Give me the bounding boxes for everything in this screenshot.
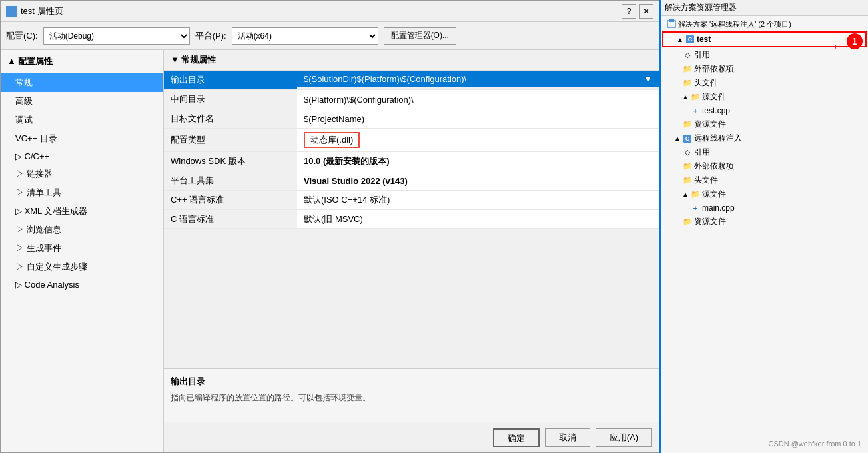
- prop-name-target-name: 目标文件名: [164, 109, 297, 129]
- title-bar-controls: ? ✕: [622, 4, 653, 19]
- prop-row-intermediate-dir[interactable]: 中间目录 $(Platform)\$(Configuration)\: [164, 90, 659, 109]
- config-select[interactable]: 活动(Debug): [43, 27, 190, 45]
- tree-label-test-cpp: test.cpp: [702, 106, 730, 115]
- desc-text: 指向已编译程序的放置位置的路径。可以包括环境变量。: [171, 392, 652, 404]
- prop-name-cpp-standard: C++ 语言标准: [164, 191, 297, 210]
- prop-value-intermediate-dir: $(Platform)\$(Configuration)\: [297, 90, 659, 109]
- title-bar-left: test 属性页: [6, 5, 63, 17]
- vs-tree: 解决方案 '远程线程注入' (2 个项目) ▲ C test 1 ← ◇ 引用 …: [661, 16, 868, 453]
- tree-remote-source[interactable]: ▲ 📁 源文件: [661, 187, 868, 201]
- desc-title: 输出目录: [171, 376, 652, 388]
- prop-value-windows-sdk: 10.0 (最新安装的版本): [297, 152, 659, 171]
- description-panel: 输出目录 指向已编译程序的放置位置的路径。可以包括环境变量。: [164, 368, 659, 422]
- tree-label-remote-resource: 资源文件: [694, 216, 726, 227]
- tree-label-remote-main: main.cpp: [702, 203, 735, 213]
- solution-label: 解决方案 '远程线程注入' (2 个项目): [678, 19, 791, 29]
- sidebar-item-linker[interactable]: ▷ 链接器: [1, 165, 163, 183]
- folder-icon-test-resource: 📁: [682, 119, 693, 130]
- tree-label-test-header: 头文件: [694, 77, 718, 89]
- sidebar-item-browse[interactable]: ▷ 浏览信息: [1, 221, 163, 239]
- prop-value-platform-toolset: Visual Studio 2022 (v143): [297, 171, 659, 191]
- prop-name-c-standard: C 语言标准: [164, 210, 297, 229]
- prop-row-target-name[interactable]: 目标文件名 $(ProjectName): [164, 109, 659, 129]
- prop-value-c-standard: 默认(旧 MSVC): [297, 210, 659, 229]
- props-section: ▼ 常规属性 输出目录 $(SolutionDir)$(Platform)\$(…: [164, 50, 659, 368]
- tree-label-remote-ref: 引用: [694, 147, 710, 158]
- sidebar-item-build-events[interactable]: ▷ 生成事件: [1, 239, 163, 258]
- prop-value-config-type[interactable]: 动态库(.dll): [297, 129, 659, 152]
- folder-icon-test-source: 📁: [690, 92, 701, 103]
- prop-value-output-dir[interactable]: $(SolutionDir)$(Platform)\$(Configuratio…: [297, 71, 659, 87]
- sidebar-item-vcpp[interactable]: VC++ 目录: [1, 129, 163, 148]
- tree-remote-project[interactable]: ▲ C 远程线程注入: [661, 131, 868, 145]
- tree-remote-ref[interactable]: ◇ 引用: [661, 145, 868, 159]
- left-panel: ▲ 配置属性 常规 高级 调试 VC++ 目录 ▷ C/C++ ▷ 链接器 ▷ …: [1, 50, 164, 452]
- folder-icon-remote-header: 📁: [682, 175, 693, 186]
- sidebar-item-advanced[interactable]: 高级: [1, 92, 163, 111]
- toolbar: 配置(C): 活动(Debug) 平台(P): 活动(x64) 配置管理器(O)…: [1, 22, 659, 50]
- cancel-button[interactable]: 取消: [545, 428, 590, 447]
- config-label: 配置(C):: [6, 30, 38, 42]
- left-panel-header: ▲ 配置属性: [1, 50, 163, 73]
- expand-arrow-remote: ▲: [674, 135, 681, 142]
- tree-solution[interactable]: 解决方案 '远程线程注入' (2 个项目): [661, 17, 868, 31]
- folder-icon-remote-resource: 📁: [682, 217, 693, 227]
- tree-test-extern[interactable]: 📁 外部依赖项: [661, 62, 868, 76]
- watermark: CSDN @webfker from 0 to 1: [768, 440, 861, 448]
- solution-icon: [666, 19, 677, 29]
- prop-row-cpp-standard[interactable]: C++ 语言标准 默认(ISO C++14 标准): [164, 191, 659, 210]
- help-button[interactable]: ?: [622, 4, 636, 19]
- vs-sidebar-header: 解决方案资源管理器: [661, 0, 868, 16]
- marker-1: 1: [847, 33, 863, 49]
- expand-arrow-remote-source: ▲: [682, 191, 689, 198]
- sidebar-item-manifest[interactable]: ▷ 清单工具: [1, 183, 163, 202]
- close-button[interactable]: ✕: [639, 4, 653, 19]
- prop-name-intermediate-dir: 中间目录: [164, 90, 297, 109]
- dropdown-arrow-icon[interactable]: ▼: [644, 74, 652, 84]
- ok-button[interactable]: 确定: [493, 428, 540, 447]
- tree-test-header[interactable]: 📁 头文件: [661, 76, 868, 90]
- prop-row-windows-sdk[interactable]: Windows SDK 版本 10.0 (最新安装的版本): [164, 152, 659, 171]
- dialog-title: test 属性页: [21, 5, 63, 17]
- tree-remote-extern[interactable]: 📁 外部依赖项: [661, 159, 868, 173]
- sidebar-item-custom-build[interactable]: ▷ 自定义生成步骤: [1, 258, 163, 276]
- dialog-icon: [6, 6, 17, 17]
- sidebar-title: 解决方案资源管理器: [665, 2, 737, 13]
- tree-label-remote-extern: 外部依赖项: [694, 161, 734, 172]
- tree-test-source[interactable]: ▲ 📁 源文件: [661, 90, 868, 104]
- prop-row-c-standard[interactable]: C 语言标准 默认(旧 MSVC): [164, 210, 659, 229]
- bottom-buttons: 确定 取消 应用(A): [164, 422, 659, 452]
- tree-remote-resource[interactable]: 📁 资源文件: [661, 215, 868, 228]
- prop-row-config-type[interactable]: 配置类型 动态库(.dll): [164, 129, 659, 152]
- apply-button[interactable]: 应用(A): [596, 428, 652, 447]
- prop-row-platform-toolset[interactable]: 平台工具集 Visual Studio 2022 (v143): [164, 171, 659, 191]
- sidebar-item-general[interactable]: 常规: [1, 73, 163, 92]
- cpp-icon-main: +: [690, 203, 701, 213]
- project-icon-remote: C: [682, 133, 693, 144]
- folder-icon-test-header: 📁: [682, 78, 693, 89]
- tree-label-remote-source: 源文件: [702, 189, 726, 200]
- platform-label: 平台(P):: [195, 30, 226, 42]
- prop-name-platform-toolset: 平台工具集: [164, 171, 297, 191]
- prop-row-output-dir[interactable]: 输出目录 $(SolutionDir)$(Platform)\$(Configu…: [164, 71, 659, 90]
- sidebar-item-cpp[interactable]: ▷ C/C++: [1, 148, 163, 165]
- sidebar-item-xml[interactable]: ▷ XML 文档生成器: [1, 202, 163, 221]
- tree-remote-header[interactable]: 📁 头文件: [661, 173, 868, 187]
- tree-label-test-source: 源文件: [702, 91, 726, 103]
- vs-sidebar: 解决方案资源管理器 解决方案 '远程线程注入' (2 个项目) ▲ C test…: [659, 0, 868, 453]
- config-manager-button[interactable]: 配置管理器(O)...: [384, 27, 456, 45]
- title-bar: test 属性页 ? ✕: [1, 1, 659, 22]
- expand-arrow-test-source: ▲: [682, 93, 689, 101]
- sidebar-item-code-analysis[interactable]: ▷ Code Analysis: [1, 276, 163, 293]
- sidebar-item-debug[interactable]: 调试: [1, 111, 163, 129]
- tree-label-remote-header: 头文件: [694, 175, 718, 186]
- platform-select[interactable]: 活动(x64): [232, 27, 378, 45]
- prop-name-windows-sdk: Windows SDK 版本: [164, 152, 297, 171]
- arrow-icon: ←: [831, 39, 845, 54]
- tree-label-test-resource: 资源文件: [694, 119, 726, 130]
- tree-remote-main[interactable]: + main.cpp: [661, 201, 868, 215]
- svg-text:C: C: [685, 135, 690, 142]
- tree-test-cpp[interactable]: + test.cpp: [661, 104, 868, 117]
- tree-test-resource[interactable]: 📁 资源文件: [661, 117, 868, 131]
- tree-label-test-ref: 引用: [694, 49, 710, 61]
